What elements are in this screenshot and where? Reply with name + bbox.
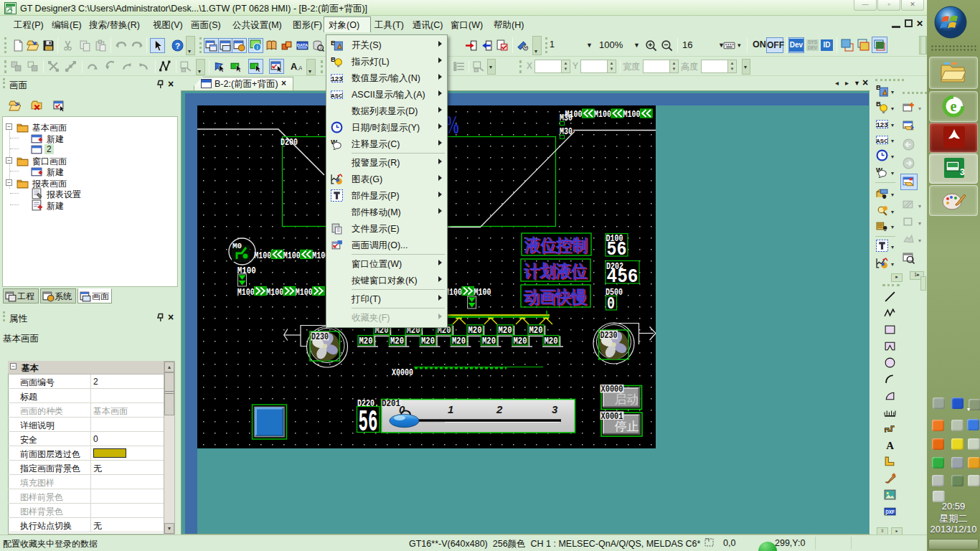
svg-text:M20: M20	[421, 336, 435, 347]
svg-text:3: 3	[960, 167, 965, 177]
svg-text:X0000: X0000	[601, 385, 623, 395]
svg-text:M100: M100	[474, 287, 491, 298]
svg-text:M20: M20	[468, 325, 482, 336]
svg-text:M100: M100	[565, 109, 583, 120]
svg-text:e: e	[951, 98, 957, 114]
svg-text:M100: M100	[266, 287, 283, 298]
svg-text:X0001: X0001	[601, 412, 623, 422]
svg-text:0: 0	[607, 294, 615, 314]
svg-text:D200: D200	[281, 137, 298, 148]
svg-text:D230: D230	[311, 332, 329, 342]
svg-text:ASC: ASC	[876, 138, 888, 144]
svg-text:X0000: X0000	[392, 367, 413, 378]
svg-text:计划液位: 计划液位	[523, 261, 587, 281]
svg-text:123: 123	[877, 121, 888, 128]
svg-text:动画快慢: 动画快慢	[523, 287, 587, 306]
svg-text:0: 0	[399, 403, 405, 415]
svg-text:2: 2	[496, 403, 503, 415]
svg-text:M100: M100	[254, 250, 271, 261]
svg-text:D201: D201	[382, 399, 400, 409]
svg-text:M20: M20	[529, 325, 543, 336]
svg-text:D230: D230	[600, 331, 618, 341]
svg-text:3: 3	[552, 403, 558, 415]
svg-text:1: 1	[448, 403, 453, 415]
svg-text:M20: M20	[482, 336, 496, 347]
svg-text:.A: .A	[297, 65, 302, 72]
svg-text:M20: M20	[499, 325, 512, 336]
svg-text:A: A	[886, 440, 894, 451]
svg-text:液位控制: 液位控制	[524, 235, 588, 255]
svg-text:123: 123	[331, 75, 343, 83]
svg-text:56: 56	[359, 405, 378, 440]
svg-text:i: i	[257, 44, 258, 51]
svg-text:M20: M20	[390, 336, 404, 347]
svg-text:ASC: ASC	[331, 93, 343, 99]
svg-text:M100: M100	[296, 287, 313, 298]
svg-text:M20: M20	[452, 336, 466, 347]
svg-text:M100: M100	[623, 109, 641, 120]
svg-text:M100: M100	[237, 287, 255, 298]
svg-text:56: 56	[607, 238, 627, 260]
svg-text:M100: M100	[594, 109, 611, 120]
svg-text:456: 456	[607, 265, 639, 288]
svg-text:M20: M20	[514, 336, 527, 347]
svg-text:M100: M100	[283, 250, 301, 261]
svg-text:M20: M20	[359, 336, 373, 347]
svg-text:DATA: DATA	[297, 43, 308, 47]
svg-text:M0: M0	[232, 242, 242, 250]
svg-text:?: ?	[175, 41, 180, 50]
svg-text:M20: M20	[545, 336, 558, 347]
